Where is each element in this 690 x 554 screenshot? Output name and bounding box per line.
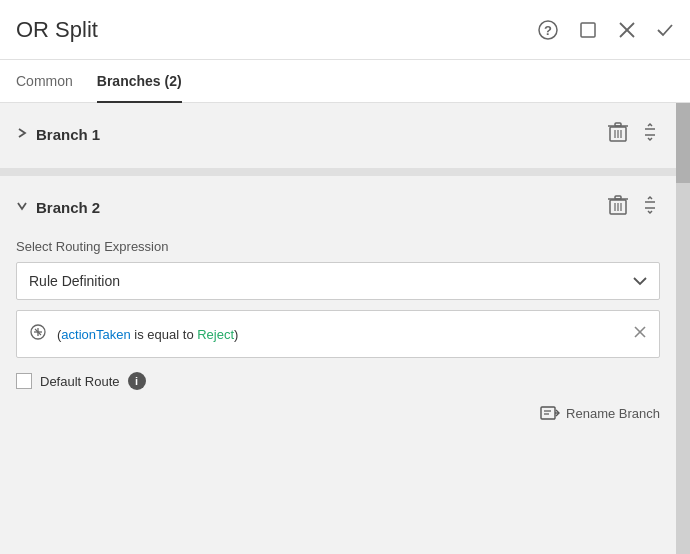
rename-branch-button[interactable]: Rename Branch xyxy=(540,404,660,422)
main-area: Branch 1 xyxy=(0,103,690,554)
branch1-title: Branch 1 xyxy=(36,126,100,143)
rule-expression-text: (actionTaken is equal to Reject) xyxy=(57,327,623,342)
branch2-delete-icon[interactable] xyxy=(608,194,628,221)
branch2-section: Branch 2 xyxy=(0,176,676,442)
branch1-section: Branch 1 xyxy=(0,103,676,166)
svg-text:?: ? xyxy=(544,23,552,38)
branch1-actions xyxy=(608,121,660,148)
branch1-delete-icon[interactable] xyxy=(608,121,628,148)
rule-definition-icon xyxy=(29,323,47,345)
rule-operator: is equal to xyxy=(131,327,198,342)
scrollbar[interactable] xyxy=(676,103,690,554)
tab-common[interactable]: Common xyxy=(16,61,73,103)
content-area: Branch 1 xyxy=(0,103,676,554)
scrollbar-thumb[interactable] xyxy=(676,103,690,183)
close-icon[interactable] xyxy=(618,21,636,39)
branch1-reorder-icon[interactable] xyxy=(640,122,660,147)
branch2-chevron[interactable] xyxy=(16,200,28,215)
window-icon[interactable] xyxy=(578,20,598,40)
rule-expression-row: (actionTaken is equal to Reject) xyxy=(16,310,660,358)
routing-expression-dropdown[interactable]: Rule Definition xyxy=(16,262,660,300)
svg-rect-15 xyxy=(615,196,621,199)
branch1-chevron[interactable] xyxy=(16,127,28,142)
dropdown-value: Rule Definition xyxy=(29,273,120,289)
svg-rect-2 xyxy=(581,23,595,37)
rule-value: Reject xyxy=(197,327,234,342)
rule-close-icon[interactable] xyxy=(633,325,647,343)
dropdown-chevron-icon xyxy=(633,273,647,289)
branch-divider xyxy=(0,168,676,176)
branch2-reorder-icon[interactable] xyxy=(640,195,660,220)
dialog-title: OR Split xyxy=(16,17,538,43)
branch2-header: Branch 2 xyxy=(0,176,676,239)
help-icon[interactable]: ? xyxy=(538,20,558,40)
default-route-checkbox[interactable] xyxy=(16,373,32,389)
header-icons: ? xyxy=(538,20,674,40)
branch2-title: Branch 2 xyxy=(36,199,100,216)
tab-branches[interactable]: Branches (2) xyxy=(97,61,182,103)
branch2-actions xyxy=(608,194,660,221)
default-route-info-icon[interactable]: i xyxy=(128,372,146,390)
svg-rect-27 xyxy=(541,407,555,419)
routing-label: Select Routing Expression xyxy=(16,239,660,254)
branch2-header-left: Branch 2 xyxy=(16,199,608,216)
rule-keyword: actionTaken xyxy=(61,327,130,342)
default-route-row: Default Route i xyxy=(16,372,660,390)
dialog-header: OR Split ? xyxy=(0,0,690,60)
default-route-label: Default Route xyxy=(40,374,120,389)
confirm-icon[interactable] xyxy=(656,21,674,39)
branch1-header-left: Branch 1 xyxy=(16,126,608,143)
tabs-bar: Common Branches (2) xyxy=(0,60,690,103)
branch2-expanded: Select Routing Expression Rule Definitio… xyxy=(0,239,676,442)
svg-rect-7 xyxy=(615,123,621,126)
rename-branch-row: Rename Branch xyxy=(16,404,660,422)
branch1-header: Branch 1 xyxy=(0,103,676,166)
rename-branch-label: Rename Branch xyxy=(566,406,660,421)
